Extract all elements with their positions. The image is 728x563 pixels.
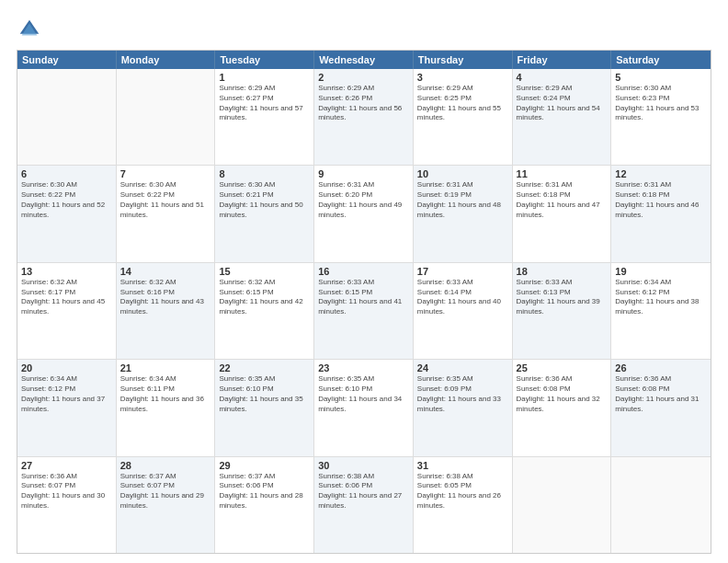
day-number: 25 bbox=[517, 362, 608, 373]
calendar-cell bbox=[17, 69, 117, 165]
calendar-cell: 25Sunrise: 6:36 AM Sunset: 6:08 PM Dayli… bbox=[513, 360, 612, 455]
day-number: 28 bbox=[120, 460, 211, 471]
day-number: 20 bbox=[21, 362, 112, 373]
day-number: 26 bbox=[615, 362, 707, 373]
header-day: Thursday bbox=[414, 51, 513, 69]
day-number: 31 bbox=[417, 460, 508, 471]
day-number: 24 bbox=[417, 362, 508, 373]
calendar-cell: 24Sunrise: 6:35 AM Sunset: 6:09 PM Dayli… bbox=[414, 360, 513, 455]
calendar-cell: 30Sunrise: 6:38 AM Sunset: 6:06 PM Dayli… bbox=[314, 457, 414, 553]
cell-info: Sunrise: 6:35 AM Sunset: 6:10 PM Dayligh… bbox=[318, 374, 409, 414]
calendar-cell bbox=[117, 69, 216, 165]
cell-info: Sunrise: 6:31 AM Sunset: 6:18 PM Dayligh… bbox=[517, 180, 608, 220]
cell-info: Sunrise: 6:36 AM Sunset: 6:08 PM Dayligh… bbox=[517, 374, 608, 414]
calendar-row: 27Sunrise: 6:36 AM Sunset: 6:07 PM Dayli… bbox=[17, 456, 711, 553]
day-number: 5 bbox=[615, 72, 707, 83]
day-number: 8 bbox=[219, 168, 310, 179]
calendar-cell: 26Sunrise: 6:36 AM Sunset: 6:08 PM Dayli… bbox=[611, 360, 711, 455]
day-number: 7 bbox=[120, 168, 211, 179]
day-number: 18 bbox=[517, 266, 608, 277]
calendar-cell: 7Sunrise: 6:30 AM Sunset: 6:22 PM Daylig… bbox=[117, 166, 216, 261]
day-number: 22 bbox=[219, 362, 310, 373]
day-number: 19 bbox=[615, 266, 707, 277]
calendar-cell: 11Sunrise: 6:31 AM Sunset: 6:18 PM Dayli… bbox=[513, 166, 612, 261]
header-day: Tuesday bbox=[215, 51, 314, 69]
cell-info: Sunrise: 6:35 AM Sunset: 6:09 PM Dayligh… bbox=[417, 374, 508, 414]
cell-info: Sunrise: 6:30 AM Sunset: 6:22 PM Dayligh… bbox=[21, 180, 112, 220]
calendar-cell bbox=[611, 457, 711, 553]
day-number: 21 bbox=[120, 362, 211, 373]
cell-info: Sunrise: 6:32 AM Sunset: 6:15 PM Dayligh… bbox=[219, 278, 310, 317]
calendar-cell: 19Sunrise: 6:34 AM Sunset: 6:12 PM Dayli… bbox=[611, 263, 711, 359]
cell-info: Sunrise: 6:33 AM Sunset: 6:13 PM Dayligh… bbox=[517, 278, 608, 317]
day-number: 11 bbox=[517, 168, 608, 179]
logo bbox=[17, 17, 46, 42]
page: SundayMondayTuesdayWednesdayThursdayFrid… bbox=[0, 0, 728, 563]
cell-info: Sunrise: 6:31 AM Sunset: 6:20 PM Dayligh… bbox=[318, 180, 409, 220]
cell-info: Sunrise: 6:33 AM Sunset: 6:14 PM Dayligh… bbox=[417, 278, 508, 317]
day-number: 3 bbox=[417, 72, 508, 83]
calendar-cell: 17Sunrise: 6:33 AM Sunset: 6:14 PM Dayli… bbox=[414, 263, 513, 359]
cell-info: Sunrise: 6:29 AM Sunset: 6:26 PM Dayligh… bbox=[318, 84, 409, 123]
calendar-cell: 27Sunrise: 6:36 AM Sunset: 6:07 PM Dayli… bbox=[17, 457, 117, 553]
header bbox=[17, 17, 711, 42]
day-number: 10 bbox=[417, 168, 508, 179]
calendar-cell: 22Sunrise: 6:35 AM Sunset: 6:10 PM Dayli… bbox=[215, 360, 314, 455]
cell-info: Sunrise: 6:31 AM Sunset: 6:18 PM Dayligh… bbox=[615, 180, 707, 220]
calendar-cell: 6Sunrise: 6:30 AM Sunset: 6:22 PM Daylig… bbox=[17, 166, 117, 261]
calendar-cell: 16Sunrise: 6:33 AM Sunset: 6:15 PM Dayli… bbox=[314, 263, 414, 359]
calendar-cell: 23Sunrise: 6:35 AM Sunset: 6:10 PM Dayli… bbox=[314, 360, 414, 455]
calendar-cell: 31Sunrise: 6:38 AM Sunset: 6:05 PM Dayli… bbox=[414, 457, 513, 553]
calendar-row: 13Sunrise: 6:32 AM Sunset: 6:17 PM Dayli… bbox=[17, 262, 711, 359]
cell-info: Sunrise: 6:32 AM Sunset: 6:16 PM Dayligh… bbox=[120, 278, 211, 317]
calendar-body: 1Sunrise: 6:29 AM Sunset: 6:27 PM Daylig… bbox=[17, 69, 711, 553]
cell-info: Sunrise: 6:36 AM Sunset: 6:08 PM Dayligh… bbox=[615, 374, 707, 414]
calendar-cell: 9Sunrise: 6:31 AM Sunset: 6:20 PM Daylig… bbox=[314, 166, 414, 261]
cell-info: Sunrise: 6:30 AM Sunset: 6:22 PM Dayligh… bbox=[120, 180, 211, 220]
cell-info: Sunrise: 6:30 AM Sunset: 6:23 PM Dayligh… bbox=[615, 84, 707, 123]
day-number: 15 bbox=[219, 266, 310, 277]
calendar-cell: 2Sunrise: 6:29 AM Sunset: 6:26 PM Daylig… bbox=[314, 69, 414, 165]
calendar-cell: 21Sunrise: 6:34 AM Sunset: 6:11 PM Dayli… bbox=[117, 360, 216, 455]
calendar: SundayMondayTuesdayWednesdayThursdayFrid… bbox=[17, 50, 711, 554]
calendar-cell: 5Sunrise: 6:30 AM Sunset: 6:23 PM Daylig… bbox=[611, 69, 711, 165]
day-number: 2 bbox=[318, 72, 409, 83]
day-number: 12 bbox=[615, 168, 707, 179]
cell-info: Sunrise: 6:32 AM Sunset: 6:17 PM Dayligh… bbox=[21, 278, 112, 317]
header-day: Saturday bbox=[611, 51, 711, 69]
day-number: 1 bbox=[219, 72, 310, 83]
day-number: 6 bbox=[21, 168, 112, 179]
day-number: 14 bbox=[120, 266, 211, 277]
cell-info: Sunrise: 6:38 AM Sunset: 6:05 PM Dayligh… bbox=[417, 472, 508, 511]
header-day: Wednesday bbox=[314, 51, 414, 69]
calendar-cell: 15Sunrise: 6:32 AM Sunset: 6:15 PM Dayli… bbox=[215, 263, 314, 359]
header-day: Sunday bbox=[17, 51, 117, 69]
cell-info: Sunrise: 6:38 AM Sunset: 6:06 PM Dayligh… bbox=[318, 472, 409, 511]
header-day: Monday bbox=[117, 51, 216, 69]
cell-info: Sunrise: 6:37 AM Sunset: 6:07 PM Dayligh… bbox=[120, 472, 211, 511]
cell-info: Sunrise: 6:37 AM Sunset: 6:06 PM Dayligh… bbox=[219, 472, 310, 511]
calendar-cell: 18Sunrise: 6:33 AM Sunset: 6:13 PM Dayli… bbox=[513, 263, 612, 359]
cell-info: Sunrise: 6:30 AM Sunset: 6:21 PM Dayligh… bbox=[219, 180, 310, 220]
calendar-cell bbox=[513, 457, 612, 553]
cell-info: Sunrise: 6:35 AM Sunset: 6:10 PM Dayligh… bbox=[219, 374, 310, 414]
cell-info: Sunrise: 6:29 AM Sunset: 6:24 PM Dayligh… bbox=[517, 84, 608, 123]
calendar-cell: 12Sunrise: 6:31 AM Sunset: 6:18 PM Dayli… bbox=[611, 166, 711, 261]
calendar-cell: 20Sunrise: 6:34 AM Sunset: 6:12 PM Dayli… bbox=[17, 360, 117, 455]
calendar-cell: 3Sunrise: 6:29 AM Sunset: 6:25 PM Daylig… bbox=[414, 69, 513, 165]
cell-info: Sunrise: 6:34 AM Sunset: 6:12 PM Dayligh… bbox=[21, 374, 112, 414]
logo-icon bbox=[17, 17, 42, 42]
calendar-cell: 29Sunrise: 6:37 AM Sunset: 6:06 PM Dayli… bbox=[215, 457, 314, 553]
calendar-cell: 14Sunrise: 6:32 AM Sunset: 6:16 PM Dayli… bbox=[117, 263, 216, 359]
cell-info: Sunrise: 6:36 AM Sunset: 6:07 PM Dayligh… bbox=[21, 472, 112, 511]
day-number: 9 bbox=[318, 168, 409, 179]
day-number: 30 bbox=[318, 460, 409, 471]
day-number: 17 bbox=[417, 266, 508, 277]
calendar-cell: 1Sunrise: 6:29 AM Sunset: 6:27 PM Daylig… bbox=[215, 69, 314, 165]
cell-info: Sunrise: 6:31 AM Sunset: 6:19 PM Dayligh… bbox=[417, 180, 508, 220]
day-number: 29 bbox=[219, 460, 310, 471]
cell-info: Sunrise: 6:34 AM Sunset: 6:11 PM Dayligh… bbox=[120, 374, 211, 414]
header-day: Friday bbox=[513, 51, 612, 69]
calendar-row: 1Sunrise: 6:29 AM Sunset: 6:27 PM Daylig… bbox=[17, 69, 711, 165]
cell-info: Sunrise: 6:34 AM Sunset: 6:12 PM Dayligh… bbox=[615, 278, 707, 317]
